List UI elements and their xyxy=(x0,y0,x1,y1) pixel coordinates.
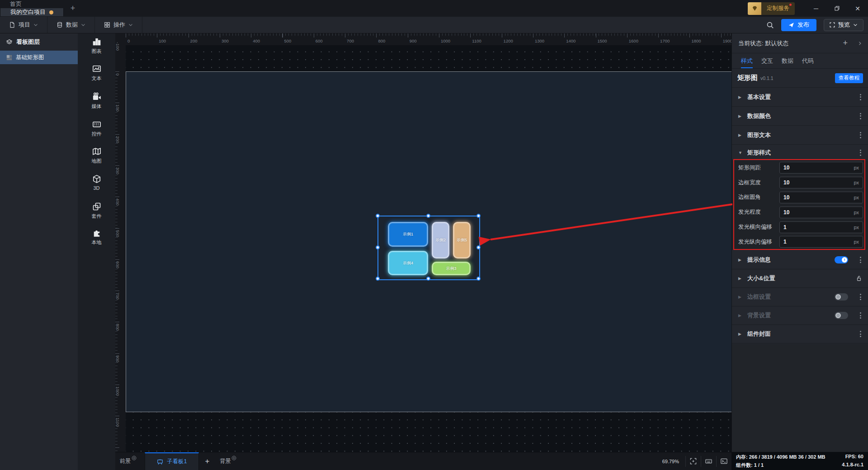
field-input[interactable] xyxy=(783,224,854,230)
new-project-tab-button[interactable]: + xyxy=(64,0,82,17)
current-state-text: 当前状态: 默认状态 xyxy=(738,39,788,47)
section-背景设置[interactable]: ▶背景设置 xyxy=(732,306,868,325)
kebab-menu-icon[interactable] xyxy=(859,112,862,120)
field-input[interactable] xyxy=(783,239,854,245)
section-label: 矩形样式 xyxy=(747,149,771,157)
toggle-off[interactable] xyxy=(835,293,848,301)
titlebar-tab-1[interactable]: 我的空白项目 xyxy=(0,8,64,16)
selection-handle[interactable] xyxy=(376,245,380,249)
custom-service-badge[interactable]: 定制服务 xyxy=(748,2,795,15)
toolbar-menu-label: 项目 xyxy=(19,21,30,29)
kebab-menu-icon[interactable] xyxy=(859,256,862,264)
chevron-right-icon[interactable] xyxy=(858,41,862,46)
h-ruler-label: 700 xyxy=(347,38,354,43)
selection-handle[interactable] xyxy=(426,214,430,218)
kebab-menu-icon[interactable] xyxy=(859,149,862,157)
toolbar-menu-0[interactable]: 项目 xyxy=(0,17,47,33)
h-ruler-label: 1800 xyxy=(691,38,701,43)
component-library-strip: 图表文本媒体控件地图3D套件本地 xyxy=(78,33,115,470)
tab-代码[interactable]: 代码 xyxy=(802,53,814,68)
preview-button[interactable]: 预览 xyxy=(824,19,863,31)
treemap-component-selected[interactable]: 示例1示例2示例5示例4示例3 xyxy=(377,216,480,280)
add-circle-icon[interactable] xyxy=(231,456,236,461)
tab-sub-board-1[interactable]: 子看板1 xyxy=(145,452,199,470)
titlebar-tab-0[interactable]: 首页 xyxy=(0,0,64,8)
h-ruler-label: 0 xyxy=(127,38,130,43)
view-tutorial-button[interactable]: 查看教程 xyxy=(835,73,863,83)
v-ruler-label: 0 xyxy=(115,73,120,75)
field-input[interactable] xyxy=(783,164,854,171)
add-board-button[interactable]: + xyxy=(199,452,215,470)
selection-handle[interactable] xyxy=(476,214,481,218)
strip-item-控件[interactable]: 控件 xyxy=(78,118,115,139)
field-input[interactable] xyxy=(783,209,854,216)
selection-handle[interactable] xyxy=(476,277,481,281)
kebab-menu-icon[interactable] xyxy=(859,93,862,101)
close-button[interactable]: ✕ xyxy=(847,0,868,17)
selection-handle[interactable] xyxy=(376,277,380,281)
strip-item-图表[interactable]: 图表 xyxy=(78,35,115,56)
unsaved-dot xyxy=(49,10,53,14)
component-name: 矩形图 xyxy=(737,74,758,82)
section-组件封面[interactable]: ▶组件封面 xyxy=(732,325,868,343)
h-ruler-label: 1500 xyxy=(598,38,607,43)
minimize-button[interactable]: ─ xyxy=(806,0,826,17)
strip-item-地图[interactable]: 地图 xyxy=(78,145,115,166)
treemap-block-示例1[interactable]: 示例1 xyxy=(388,222,428,247)
kebab-menu-icon[interactable] xyxy=(859,311,862,320)
section-矩形样式[interactable]: ▼矩形样式 xyxy=(732,145,868,160)
tab-样式[interactable]: 样式 xyxy=(741,53,753,68)
section-图形文本[interactable]: ▶图形文本 xyxy=(732,126,868,145)
field-input[interactable] xyxy=(783,179,854,186)
h-ruler-label: 1600 xyxy=(629,38,638,43)
strip-item-文本[interactable]: 文本 xyxy=(78,62,115,83)
background-label[interactable]: 背景 xyxy=(215,452,241,470)
keyboard-shortcuts-icon[interactable] xyxy=(701,456,716,467)
layer-item-0[interactable]: 基础矩形图 xyxy=(0,51,78,64)
foreground-label[interactable]: 前景 xyxy=(115,452,141,470)
design-canvas[interactable]: -100010020030040050060070080090010001100… xyxy=(115,33,731,452)
toggle-off[interactable] xyxy=(835,312,848,319)
selection-handle[interactable] xyxy=(426,277,430,281)
strip-item-本地[interactable]: 本地 xyxy=(78,226,115,247)
strip-item-套件[interactable]: 套件 xyxy=(78,200,115,221)
strip-item-3D[interactable]: 3D xyxy=(78,172,115,193)
kebab-menu-icon[interactable] xyxy=(859,330,862,338)
section-基本设置[interactable]: ▶基本设置 xyxy=(732,88,868,107)
memory-value: 266 / 3819 / 4096 MB 36 / 302 MB xyxy=(749,454,826,460)
fullscreen-corners-icon xyxy=(830,22,835,28)
add-state-button[interactable]: + xyxy=(843,38,848,48)
tab-数据[interactable]: 数据 xyxy=(782,53,793,68)
maximize-button[interactable] xyxy=(826,0,847,17)
zoom-level[interactable]: 69.79% xyxy=(662,459,679,464)
strip-item-媒体[interactable]: 媒体 xyxy=(78,90,115,111)
chevron-down-icon xyxy=(81,23,85,27)
v-ruler-label: -100 xyxy=(115,42,120,51)
selection-handle[interactable] xyxy=(376,214,380,218)
treemap-block-示例5[interactable]: 示例5 xyxy=(453,222,471,258)
components-count-label: 组件数: xyxy=(736,462,753,468)
kebab-menu-icon[interactable] xyxy=(859,131,862,139)
section-边框设置[interactable]: ▶边框设置 xyxy=(732,288,868,306)
section-数据颜色[interactable]: ▶数据颜色 xyxy=(732,107,868,126)
field-input[interactable] xyxy=(783,194,854,201)
section-提示信息[interactable]: ▶提示信息i xyxy=(732,251,868,269)
notification-dot xyxy=(789,4,792,6)
console-icon[interactable] xyxy=(716,456,731,467)
search-icon[interactable] xyxy=(766,21,774,29)
lock-icon[interactable] xyxy=(856,275,862,282)
toolbar-menu-2[interactable]: 操作 xyxy=(95,17,142,33)
kebab-menu-icon[interactable] xyxy=(859,293,862,301)
fit-screen-icon[interactable] xyxy=(685,456,701,467)
treemap-block-示例4[interactable]: 示例4 xyxy=(388,251,428,275)
toolbar-menu-1[interactable]: 数据 xyxy=(47,17,95,33)
treemap-block-示例2[interactable]: 示例2 xyxy=(432,222,449,258)
tab-交互[interactable]: 交互 xyxy=(761,53,773,68)
add-circle-icon[interactable] xyxy=(132,456,137,461)
field-unit: px xyxy=(854,165,859,170)
toggle-on[interactable]: i xyxy=(835,256,848,263)
selection-handle[interactable] xyxy=(476,245,481,249)
treemap-block-示例3[interactable]: 示例3 xyxy=(432,262,471,275)
section-大小&位置[interactable]: ▶大小&位置 xyxy=(732,269,868,288)
publish-button[interactable]: 发布 xyxy=(781,19,816,31)
